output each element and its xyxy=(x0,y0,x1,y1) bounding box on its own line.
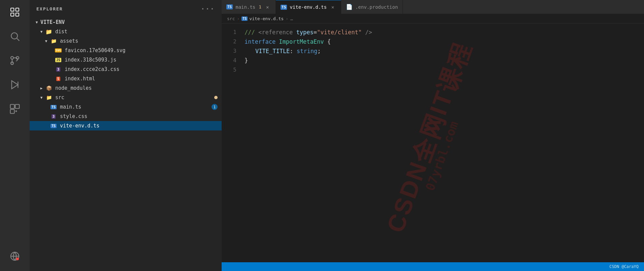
source-control-icon[interactable] xyxy=(5,51,24,70)
node-modules-arrow: ▶ xyxy=(38,85,44,91)
line-num-3: 3 xyxy=(222,46,236,56)
breadcrumb: src › TS vite-env.d.ts › … xyxy=(222,14,644,24)
svg-point-4 xyxy=(11,33,18,39)
vite-env-tab-icon: TS xyxy=(281,5,287,10)
l1-eq: = xyxy=(314,28,317,37)
src-modified-dot xyxy=(214,96,218,99)
sidebar-more-button[interactable]: ··· xyxy=(201,5,215,13)
editor-area: TS main.ts 1 ✕ TS vite-env.d.ts ✕ 📄 .env… xyxy=(222,0,644,271)
indexjs-label: index.318c5093.js xyxy=(65,57,222,63)
vite-env-label: vite-env.d.ts xyxy=(60,123,222,129)
tab-bar: TS main.ts 1 ✕ TS vite-env.d.ts ✕ 📄 .env… xyxy=(222,0,644,14)
env-prod-tab-icon: 📄 xyxy=(346,4,353,10)
svg-line-5 xyxy=(17,38,19,41)
svg-rect-1 xyxy=(16,8,19,11)
vite-env-icon: TS xyxy=(50,122,57,129)
tab-main-ts[interactable]: TS main.ts 1 ✕ xyxy=(222,0,276,14)
assets-arrow: ▼ xyxy=(43,38,49,44)
sidebar-header: EXPLORER ··· xyxy=(30,0,222,17)
style-css-icon: 3 xyxy=(50,113,57,120)
explorer-tree: ▼ VITE-ENV ▼ 📁 dist ▼ 📁 assets ▶ SVG fav… xyxy=(30,17,222,271)
l1-tag-open: <reference xyxy=(258,28,296,37)
l1-close: /> xyxy=(362,28,372,37)
activity-bar xyxy=(0,0,30,271)
l3-indent xyxy=(245,46,255,56)
line-num-1: 1 xyxy=(222,28,236,37)
line-numbers: 1 2 3 4 5 xyxy=(222,24,242,262)
tree-file-favicon[interactable]: ▶ SVG favicon.17e50649.svg xyxy=(30,46,222,55)
tree-file-indexcss[interactable]: ▶ 3 index.ccce2ca3.css xyxy=(30,65,222,74)
tree-file-vite-env[interactable]: ▶ TS vite-env.d.ts xyxy=(30,121,222,130)
svg-rect-3 xyxy=(16,13,19,16)
root-folder-label: VITE-ENV xyxy=(40,19,222,25)
l4-close-brace: } xyxy=(245,56,248,65)
tree-file-style-css[interactable]: ▶ 3 style.css xyxy=(30,112,222,121)
line-num-4: 4 xyxy=(222,56,236,65)
code-editor[interactable]: 1 2 3 4 5 /// <reference types = "vite/c… xyxy=(222,24,644,262)
code-line-1: /// <reference types = "vite/client" /> xyxy=(245,28,644,37)
tree-folder-dist[interactable]: ▼ 📁 dist xyxy=(30,27,222,36)
assets-folder-icon: 📁 xyxy=(50,37,57,45)
explorer-title: EXPLORER xyxy=(36,6,63,11)
code-line-4: } xyxy=(245,56,644,65)
run-icon[interactable] xyxy=(5,75,24,94)
js-file-icon: JS xyxy=(55,56,62,64)
dist-arrow: ▼ xyxy=(38,29,44,35)
svg-file-icon: SVG xyxy=(55,47,62,54)
breadcrumb-sep1: › xyxy=(237,16,239,21)
node-modules-label: node_modules xyxy=(55,85,222,91)
code-line-3: VITE_TITLE : string ; xyxy=(245,46,644,56)
breadcrumb-sep2: › xyxy=(286,16,288,21)
l3-colon: : xyxy=(290,46,296,56)
remote-icon[interactable] xyxy=(5,247,24,266)
files-icon[interactable] xyxy=(5,3,24,22)
main-ts-tab-close[interactable]: ✕ xyxy=(264,4,271,10)
main-ts-label: main.ts xyxy=(60,104,212,110)
css-file-icon: 3 xyxy=(55,66,62,73)
tree-root-folder[interactable]: ▼ VITE-ENV xyxy=(30,17,222,27)
env-prod-tab-label: .env.production xyxy=(355,4,398,10)
sidebar: EXPLORER ··· ▼ VITE-ENV ▼ 📁 dist ▼ 📁 ass… xyxy=(30,0,222,271)
activity-bar-bottom xyxy=(5,247,24,271)
svg-rect-13 xyxy=(10,109,14,113)
root-arrow: ▼ xyxy=(34,19,40,25)
src-folder-label: src xyxy=(55,94,214,101)
tree-folder-src[interactable]: ▼ 📁 src xyxy=(30,93,222,102)
assets-folder-label: assets xyxy=(60,38,222,44)
l3-prop: VITE_TITLE xyxy=(255,46,290,56)
indexhtml-label: index.html xyxy=(65,76,222,82)
dist-folder-icon: 📁 xyxy=(45,28,53,35)
breadcrumb-filename: vite-env.d.ts xyxy=(249,16,284,21)
breadcrumb-src: src xyxy=(227,16,235,21)
code-content[interactable]: /// <reference types = "vite/client" /> … xyxy=(242,24,644,262)
l3-type: string xyxy=(297,46,317,56)
html-file-icon: 5 xyxy=(55,75,62,82)
code-line-5 xyxy=(245,65,644,75)
favicon-label: favicon.17e50649.svg xyxy=(65,47,222,53)
status-bar: CSDN @CaraYQ xyxy=(222,262,644,271)
tab-env-production[interactable]: 📄 .env.production xyxy=(341,0,403,14)
node-modules-icon: 📦 xyxy=(45,84,53,92)
tree-file-indexjs[interactable]: ▶ JS index.318c5093.js xyxy=(30,55,222,65)
extensions-icon[interactable] xyxy=(5,100,24,118)
svg-rect-11 xyxy=(10,105,14,109)
l2-interface: interface xyxy=(245,37,279,46)
code-line-2: interface ImportMetaEnv { xyxy=(245,37,644,46)
search-icon[interactable] xyxy=(5,27,24,46)
tree-folder-node-modules[interactable]: ▶ 📦 node_modules xyxy=(30,83,222,93)
svg-rect-0 xyxy=(11,8,14,11)
tab-vite-env[interactable]: TS vite-env.d.ts ✕ xyxy=(276,0,341,14)
vite-env-tab-close[interactable]: ✕ xyxy=(329,4,336,10)
breadcrumb-dots: … xyxy=(290,16,293,21)
tree-folder-assets[interactable]: ▼ 📁 assets xyxy=(30,36,222,46)
svg-rect-2 xyxy=(11,13,14,16)
line-num-2: 2 xyxy=(222,37,236,46)
tree-file-indexhtml[interactable]: ▶ 5 index.html xyxy=(30,74,222,83)
main-ts-icon: TS xyxy=(50,103,57,111)
svg-marker-9 xyxy=(12,81,18,89)
svg-point-16 xyxy=(16,258,19,260)
dist-folder-label: dist xyxy=(55,29,222,35)
l1-comment-start: /// xyxy=(245,28,258,37)
tree-file-main-ts[interactable]: ▶ TS main.ts 1 xyxy=(30,102,222,112)
l2-typename: ImportMetaEnv xyxy=(279,37,327,46)
